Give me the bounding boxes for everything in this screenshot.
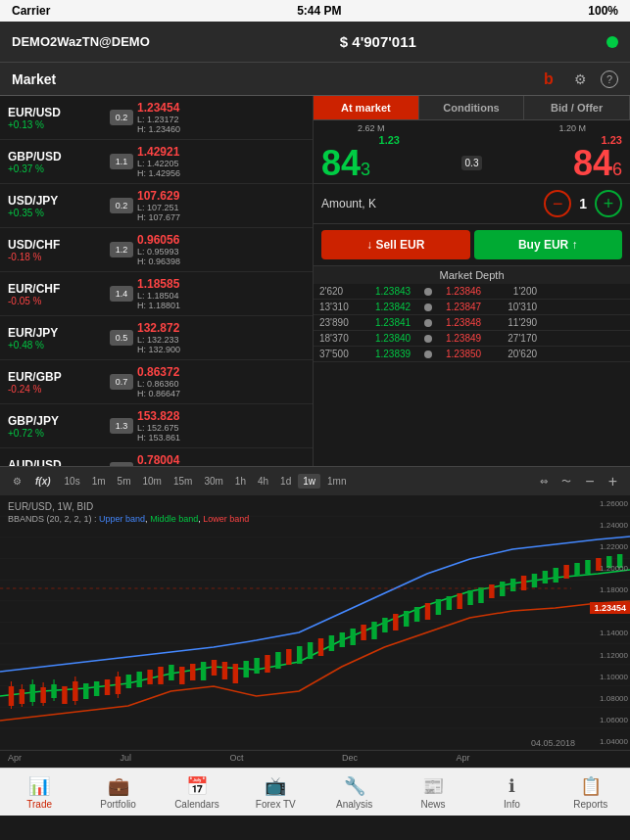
timeframe-15m[interactable]: 15m	[169, 474, 197, 489]
svg-rect-32	[254, 658, 259, 674]
zoom-in-btn[interactable]: +	[604, 471, 622, 492]
chart-settings-btn[interactable]: ⚙	[8, 474, 26, 489]
settings-icon[interactable]: ⚙	[569, 69, 591, 90]
depth-row: 37'500 1.23839 1.23850 20'620	[314, 347, 630, 362]
timeframe-30m[interactable]: 30m	[199, 474, 227, 489]
pair-change: +0.35 %	[8, 208, 106, 218]
bid-pips: 84	[321, 146, 361, 181]
timeframe-buttons: 10s1m5m10m15m30m1h4h1d1w1mn	[60, 474, 532, 489]
sell-button[interactable]: ↓ Sell EUR	[321, 230, 470, 259]
pair-bid: 0.78004	[137, 453, 179, 466]
pair-low: L: 0.95993	[137, 247, 305, 257]
pair-row[interactable]: GBP/JPY +0.72 % 1.3 153.828 L: 152.675 H…	[0, 404, 313, 448]
pair-row[interactable]: AUD/USD +0.00 % --- 0.78004 L: --- H: --…	[0, 448, 313, 466]
nav-item-trade[interactable]: 📊 Trade	[0, 769, 78, 816]
pair-prices: 1.42921 L: 1.42205 H: 1.42956	[137, 145, 305, 178]
xaxis-dec: Dec	[342, 753, 358, 766]
nav-item-portfolio[interactable]: 💼 Portfolio	[78, 769, 157, 816]
zoom-out-btn[interactable]: −	[580, 471, 599, 492]
svg-rect-28	[212, 660, 217, 676]
nav-item-calendars[interactable]: 📅 Calendars	[158, 769, 236, 816]
depth-ask: 1.23850	[434, 349, 493, 359]
calendars-label: Calendars	[174, 799, 219, 810]
pair-row[interactable]: GBP/USD +0.37 % 1.1 1.42921 L: 1.42205 H…	[0, 140, 313, 184]
timeframe-1m[interactable]: 1m	[87, 474, 111, 489]
pair-high: H: 153.861	[137, 433, 305, 443]
timeframe-1mn[interactable]: 1mn	[322, 474, 351, 489]
svg-rect-20	[126, 675, 131, 688]
pair-row[interactable]: USD/JPY +0.35 % 0.2 107.629 L: 107.251 H…	[0, 184, 313, 228]
depth-dot	[424, 303, 432, 311]
timeframe-5m[interactable]: 5m	[113, 474, 136, 489]
nav-item-reports[interactable]: 📋 Reports	[552, 769, 630, 816]
pair-name: EUR/GBP	[8, 370, 106, 384]
status-bar: Carrier 5:44 PM 100%	[0, 0, 630, 22]
pair-prices: 0.78004 L: --- H: ---	[137, 453, 305, 466]
bid-box: 1.23 84 3	[321, 135, 458, 181]
y-axis: 1.260001.240001.220001.200001.180001.160…	[576, 495, 630, 750]
svg-rect-15	[83, 683, 88, 699]
depth-vol-right: 27'170	[493, 333, 537, 344]
svg-rect-17	[105, 679, 110, 695]
depth-dot	[424, 288, 432, 296]
svg-rect-36	[297, 646, 302, 664]
pair-prices: 0.86372 L: 0.86360 H: 0.86647	[137, 365, 305, 398]
svg-rect-40	[340, 632, 345, 647]
depth-dot	[424, 350, 432, 358]
pair-info: GBP/JPY +0.72 %	[8, 414, 106, 439]
brand-icon[interactable]: b	[538, 69, 559, 90]
pair-high: H: 0.86647	[137, 389, 305, 398]
depth-vol-left: 37'500	[319, 349, 363, 359]
trade-tab-conditions[interactable]: Conditions	[419, 96, 525, 119]
toolbar: Market b ⚙ ?	[0, 63, 630, 96]
nav-item-analysis[interactable]: 🔧 Analysis	[315, 769, 394, 816]
y-axis-label: 1.04000	[578, 737, 628, 746]
y-axis-label: 1.18000	[578, 585, 628, 594]
depth-row: 23'890 1.23841 1.23848 11'290	[314, 315, 630, 331]
svg-rect-56	[510, 579, 515, 591]
pair-row[interactable]: USD/CHF -0.18 % 1.2 0.96056 L: 0.95993 H…	[0, 228, 313, 272]
trade-tab-at-market[interactable]: At market	[314, 96, 419, 119]
help-icon[interactable]: ?	[601, 70, 618, 88]
svg-rect-23	[158, 667, 163, 684]
depth-row: 2'620 1.23843 1.23846 1'200	[314, 284, 630, 300]
xaxis-spacer	[568, 753, 622, 766]
depth-bid: 1.23839	[363, 349, 422, 359]
pair-change: -0.24 %	[8, 384, 106, 395]
decrease-btn[interactable]: −	[544, 190, 571, 217]
pair-row[interactable]: EUR/JPY +0.48 % 0.5 132.872 L: 132.233 H…	[0, 316, 313, 360]
expand-icon[interactable]: ⇔	[535, 474, 553, 489]
svg-rect-51	[457, 593, 461, 609]
increase-btn[interactable]: +	[595, 190, 622, 217]
buy-button[interactable]: Buy EUR ↑	[474, 230, 623, 259]
depth-bid: 1.23842	[363, 302, 422, 312]
svg-rect-49	[436, 599, 441, 615]
timeframe-10s[interactable]: 10s	[60, 474, 85, 489]
timeframe-1w[interactable]: 1w	[298, 474, 320, 489]
timeframe-1h[interactable]: 1h	[230, 474, 251, 489]
pair-low: L: 152.675	[137, 423, 305, 433]
wave-icon[interactable]: 〜	[557, 473, 576, 490]
timeframe-1d[interactable]: 1d	[275, 474, 296, 489]
pair-low: L: 1.18504	[137, 291, 305, 301]
nav-item-forextv[interactable]: 📺 Forex TV	[236, 769, 315, 816]
svg-rect-37	[308, 642, 313, 659]
trade-tab-bid--offer[interactable]: Bid / Offer	[524, 96, 630, 119]
chart-toolbar: ⚙ f(x) 10s1m5m10m15m30m1h4h1d1w1mn ⇔ 〜 −…	[0, 466, 630, 495]
pair-change: +0.37 %	[8, 163, 106, 174]
time-label: 5:44 PM	[297, 4, 341, 18]
pair-row[interactable]: EUR/CHF -0.05 % 1.4 1.18585 L: 1.18504 H…	[0, 272, 313, 316]
nav-item-news[interactable]: 📰 News	[394, 769, 472, 816]
pair-row[interactable]: EUR/USD +0.13 % 0.2 1.23454 L: 1.23172 H…	[0, 96, 313, 140]
vol2-label: 1.20 M	[558, 123, 586, 133]
pair-badge: 0.5	[110, 330, 133, 346]
timeframe-4h[interactable]: 4h	[253, 474, 273, 489]
timeframe-10m[interactable]: 10m	[138, 474, 167, 489]
pair-row[interactable]: EUR/GBP -0.24 % 0.7 0.86372 L: 0.86360 H…	[0, 360, 313, 404]
chart-func-btn[interactable]: f(x)	[30, 474, 56, 489]
reports-icon: 📋	[580, 775, 602, 797]
nav-item-info[interactable]: ℹ Info	[472, 769, 551, 816]
pair-low: L: 132.233	[137, 335, 305, 345]
pair-prices: 1.23454 L: 1.23172 H: 1.23460	[137, 101, 305, 134]
pair-name: USD/JPY	[8, 194, 106, 208]
